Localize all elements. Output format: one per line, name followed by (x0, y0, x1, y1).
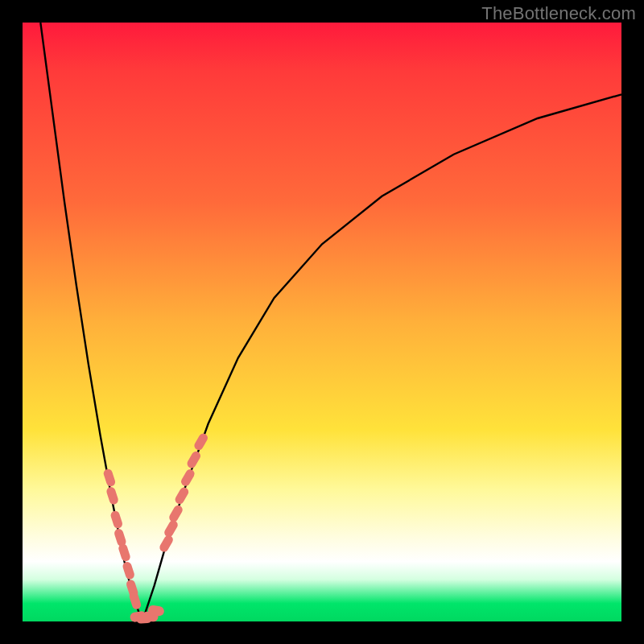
right-branch-path (142, 94, 621, 621)
bead (180, 468, 196, 488)
curve-layer (23, 23, 621, 621)
bead (102, 468, 116, 487)
outer-frame: TheBottleneck.com (0, 0, 644, 644)
bead (167, 504, 184, 524)
bead (118, 543, 131, 562)
bead (186, 450, 203, 470)
bottleneck-curve (40, 23, 621, 621)
beads-layer (102, 432, 209, 624)
plot-area (23, 23, 621, 621)
bead (174, 486, 191, 506)
bead (122, 561, 135, 580)
watermark-text: TheBottleneck.com (481, 3, 636, 24)
bead (192, 432, 209, 452)
bead (109, 510, 123, 529)
left-branch-path (40, 23, 142, 621)
bead (105, 486, 119, 506)
bead (128, 591, 142, 610)
bead (158, 534, 175, 554)
bead (163, 518, 180, 539)
